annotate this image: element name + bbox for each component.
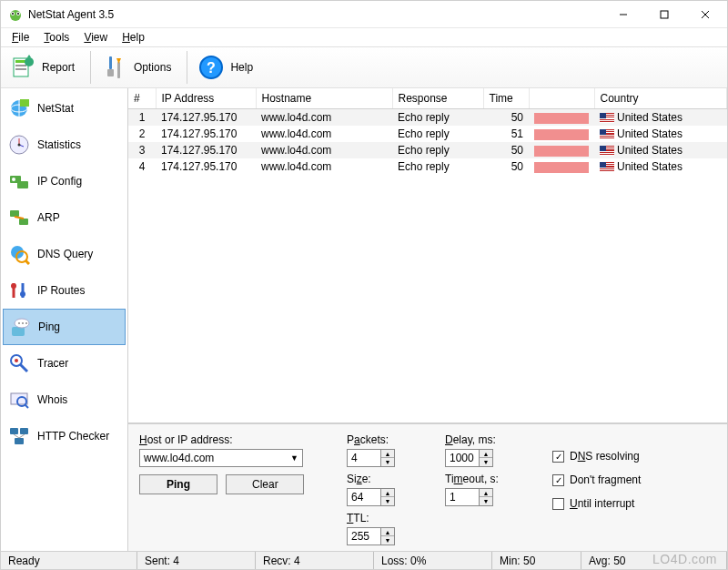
dns-resolving-checkbox[interactable]: ✓DNS resolving: [552, 450, 716, 463]
col-bar[interactable]: [529, 88, 594, 109]
menu-view[interactable]: View: [76, 29, 115, 46]
col-response[interactable]: Response: [392, 88, 483, 109]
svg-line-54: [19, 434, 25, 438]
svg-rect-51: [20, 428, 28, 434]
sidebar-item-label: Ping: [38, 321, 60, 333]
svg-line-45: [20, 364, 27, 372]
svg-rect-22: [20, 99, 29, 107]
whois-icon: [8, 389, 30, 411]
svg-line-53: [14, 434, 19, 438]
size-input[interactable]: ▲▼: [347, 488, 429, 506]
svg-point-38: [20, 291, 25, 297]
options-button[interactable]: Options: [98, 51, 179, 84]
toolbar: Report Options ? Help: [1, 46, 727, 88]
ttl-input[interactable]: ▲▼: [347, 527, 429, 545]
sidebar-item-label: ARP: [37, 211, 60, 224]
minimize-button[interactable]: [602, 2, 643, 27]
svg-point-13: [25, 57, 34, 66]
col-time[interactable]: Time: [483, 88, 529, 109]
packets-label: Packets:: [347, 433, 429, 446]
sidebar-item-netstat[interactable]: NetStat: [3, 90, 126, 127]
svg-rect-50: [10, 428, 18, 434]
svg-rect-52: [15, 438, 24, 444]
time-bar: [534, 113, 589, 124]
sidebar-item-tracer[interactable]: Tracer: [3, 345, 126, 382]
window-title: NetStat Agent 3.5: [28, 8, 602, 21]
sidebar-item-ping[interactable]: Ping: [3, 309, 126, 345]
httpchecker-icon: [8, 425, 30, 447]
svg-rect-15: [107, 69, 114, 76]
sidebar-item-label: IP Routes: [37, 284, 85, 297]
netstat-icon: [8, 97, 30, 119]
sidebar-item-label: Whois: [37, 393, 67, 406]
statistics-icon: [8, 134, 30, 156]
svg-rect-31: [19, 219, 28, 225]
iproutes-icon: [8, 280, 30, 301]
svg-point-36: [11, 283, 16, 289]
status-avg: Avg: 50: [581, 552, 727, 569]
sidebar-item-arp[interactable]: ARP: [3, 199, 126, 236]
arp-icon: [8, 207, 30, 229]
svg-point-26: [18, 144, 21, 147]
help-button[interactable]: ? Help: [195, 51, 261, 84]
status-ready: Ready: [1, 552, 137, 569]
menu-help[interactable]: Help: [115, 29, 152, 46]
time-bar: [534, 129, 589, 140]
flag-us-icon: [600, 146, 614, 156]
report-label: Report: [42, 61, 75, 74]
toolbar-separator: [90, 51, 91, 84]
maximize-button[interactable]: [643, 2, 684, 27]
sidebar-item-statistics[interactable]: Statistics: [3, 127, 126, 163]
status-loss: Loss: 0%: [374, 552, 492, 569]
host-value: www.lo4d.com: [144, 452, 214, 464]
close-button[interactable]: [684, 2, 725, 27]
table-row[interactable]: 3174.127.95.170www.lo4d.comEcho reply50U…: [128, 142, 727, 158]
sidebar-item-label: Statistics: [37, 138, 81, 151]
ipconfig-icon: [8, 170, 30, 192]
help-label: Help: [230, 61, 253, 74]
svg-point-29: [12, 178, 15, 181]
sidebar-item-whois[interactable]: Whois: [3, 382, 126, 418]
time-bar: [534, 162, 589, 173]
menu-file[interactable]: File: [5, 29, 36, 46]
sidebar: NetStat Statistics IP Config ARP DNS Que…: [1, 88, 128, 551]
svg-point-4: [17, 13, 19, 15]
delay-label: Delay, ms:: [445, 433, 536, 446]
size-label: Size:: [347, 473, 429, 485]
clear-button[interactable]: Clear: [226, 474, 304, 494]
svg-point-46: [15, 359, 18, 362]
ping-config-panel: Host or IP address: www.lo4d.com ▼ Ping …: [128, 423, 727, 551]
col-hostname[interactable]: Hostname: [256, 88, 392, 109]
toolbar-separator: [187, 51, 187, 84]
col-ip[interactable]: IP Address: [156, 88, 256, 109]
packets-input[interactable]: ▲▼: [347, 449, 429, 467]
sidebar-item-ipconfig[interactable]: IP Config: [3, 163, 126, 199]
dont-fragment-checkbox[interactable]: ✓Don't fragment: [552, 473, 716, 486]
menu-tools[interactable]: Tools: [36, 29, 76, 46]
host-input[interactable]: www.lo4d.com ▼: [139, 449, 303, 467]
sidebar-item-label: Tracer: [37, 357, 68, 370]
table-row[interactable]: 4174.127.95.170www.lo4d.comEcho reply50U…: [128, 158, 727, 175]
sidebar-item-iproutes[interactable]: IP Routes: [3, 272, 126, 309]
statusbar: Ready Sent: 4 Recv: 4 Loss: 0% Min: 50 A…: [1, 551, 727, 569]
table-row[interactable]: 2174.127.95.170www.lo4d.comEcho reply51U…: [128, 126, 727, 142]
col-num[interactable]: #: [128, 88, 156, 109]
flag-us-icon: [600, 162, 614, 172]
svg-rect-14: [109, 56, 112, 69]
delay-input[interactable]: ▲▼: [445, 449, 536, 467]
host-label: Host or IP address:: [139, 433, 330, 446]
svg-point-3: [12, 13, 14, 15]
report-button[interactable]: Report: [6, 51, 83, 84]
ping-button[interactable]: Ping: [139, 474, 217, 494]
sidebar-item-httpchecker[interactable]: HTTP Checker: [3, 418, 126, 454]
svg-point-0: [10, 10, 21, 21]
col-country[interactable]: Country: [594, 88, 727, 109]
sidebar-item-dnsquery[interactable]: DNS Query: [3, 236, 126, 272]
until-interrupt-checkbox[interactable]: Until interrupt: [552, 497, 716, 510]
status-min: Min: 50: [492, 552, 581, 569]
timeout-label: Timeout, s:: [445, 473, 536, 485]
tracer-icon: [8, 352, 30, 374]
timeout-input[interactable]: ▲▼: [445, 488, 536, 506]
table-row[interactable]: 1174.127.95.170www.lo4d.comEcho reply50U…: [128, 109, 727, 127]
svg-line-34: [25, 260, 29, 264]
